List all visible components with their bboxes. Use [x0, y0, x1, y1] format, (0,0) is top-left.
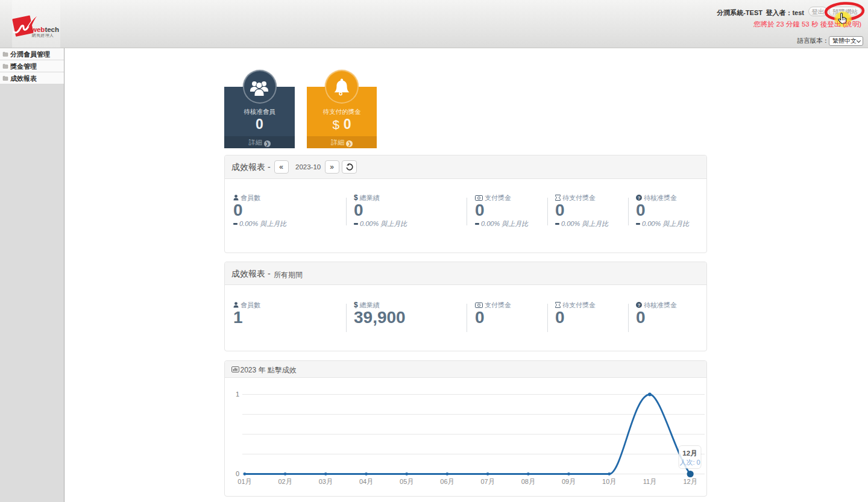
svg-text:10月: 10月 [602, 478, 616, 485]
svg-text:05月: 05月 [400, 478, 414, 485]
svg-text:12月: 12月 [683, 478, 697, 485]
svg-text:02月: 02月 [278, 478, 292, 485]
svg-text:07月: 07月 [480, 478, 494, 485]
svg-text:0: 0 [236, 470, 239, 477]
svg-text:01月: 01月 [237, 478, 251, 485]
svg-text:03月: 03月 [319, 478, 333, 485]
svg-text:11月: 11月 [643, 478, 656, 485]
svg-text:?: ? [638, 302, 641, 307]
svg-text:09月: 09月 [562, 478, 576, 485]
svg-text:06月: 06月 [440, 478, 454, 485]
svg-text:人次: 0: 人次: 0 [679, 459, 700, 466]
svg-text:12月: 12月 [682, 450, 697, 457]
svg-text:?: ? [638, 195, 641, 201]
svg-text:04月: 04月 [359, 478, 373, 485]
svg-text:08月: 08月 [521, 478, 535, 485]
svg-text:1: 1 [236, 391, 239, 398]
svg-text:webtech: webtech [31, 26, 59, 33]
svg-text:網頁經理人: 網頁經理人 [32, 33, 54, 38]
